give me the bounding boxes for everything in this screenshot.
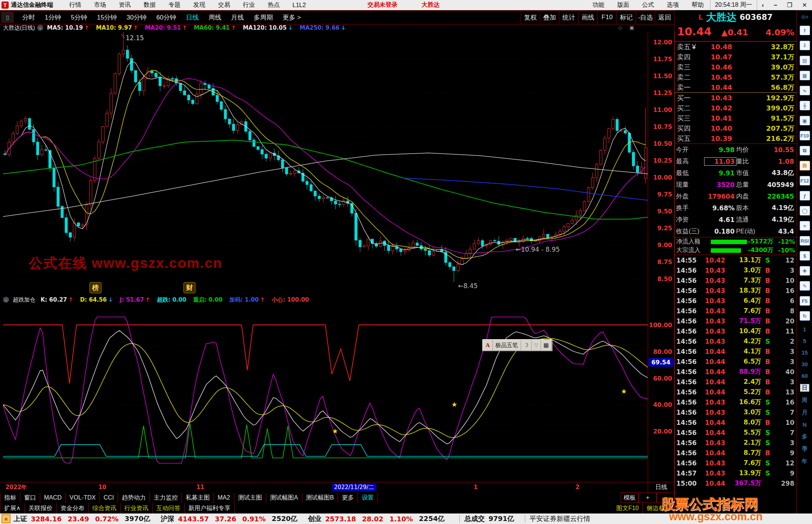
indicator-tab[interactable]: CCI [100, 492, 118, 503]
chart-nav-icon[interactable]: ▯ [2, 12, 14, 23]
strip-period-shortcut[interactable]: 1 [801, 326, 808, 333]
strip-tool-icon[interactable]: F10 [800, 131, 810, 140]
strip-tool-icon[interactable]: $ [800, 251, 810, 261]
template-button[interactable]: 模板 [621, 492, 639, 503]
indicator-tab[interactable]: 窗口 [20, 492, 40, 503]
indicator-tab[interactable]: 趋势动力 [118, 492, 150, 503]
top-menu-item[interactable]: 版面 [611, 1, 636, 9]
toolbar-tool-button[interactable]: 统计 [559, 11, 578, 24]
ime-halfmoon-button[interactable]: ☽ [521, 340, 532, 350]
toolbar-tool-button[interactable]: 标记 [617, 11, 636, 24]
indicator-tab[interactable]: 测试幅图A [266, 492, 302, 503]
period-tab[interactable]: 60分钟 [151, 13, 181, 22]
strip-tool-icon[interactable]: ⇩ [800, 41, 810, 50]
strip-period-shortcut[interactable]: 60 [800, 372, 810, 379]
indicator-tab[interactable]: 主力监控 [150, 492, 182, 503]
chart-corner-icons[interactable]: ◇ ▣ [618, 25, 637, 30]
login-status[interactable]: 交易未登录 [361, 1, 404, 9]
toolbar-tool-button[interactable]: -自选 [636, 11, 655, 24]
back-button[interactable]: ‹ [757, 2, 769, 9]
toolbar-tool-button[interactable]: 叠加 [540, 11, 559, 24]
strip-period-shortcut[interactable]: 周 [800, 396, 809, 404]
top-menu-item[interactable]: 帮助 [685, 1, 710, 9]
period-tab[interactable]: 月线 [226, 13, 249, 22]
strip-period-shortcut[interactable]: 多 [800, 433, 809, 441]
strip-period-shortcut[interactable]: 5 [801, 337, 808, 344]
toolbar-tool-button[interactable]: 复权 [521, 11, 540, 24]
ranking-badge[interactable]: 榜 [89, 282, 102, 293]
indicator-tab[interactable]: 测试幅图B [302, 492, 338, 503]
back-arrow-icon[interactable]: ⇦ [801, 12, 808, 22]
strip-tool-icon[interactable]: ≈ [800, 221, 810, 231]
strip-tool-icon[interactable]: ▤ [800, 56, 810, 65]
top-menu-item[interactable]: 功能 [586, 1, 611, 9]
ime-punct-button[interactable]: ∵ [532, 340, 541, 350]
strip-period-shortcut[interactable]: 年 [800, 458, 809, 465]
index-name[interactable]: 上证 [14, 514, 27, 523]
zoom-in-button[interactable]: + [639, 492, 657, 503]
info-tab[interactable]: 行业资讯 [121, 503, 153, 513]
graphic-f10-button[interactable]: 图文F10 [612, 503, 643, 513]
strip-tool-icon[interactable]: F12 [800, 176, 810, 186]
indicator-tab[interactable]: 私募主图 [182, 492, 214, 503]
kdj-indicator-chart[interactable]: ★★★ [3, 305, 648, 482]
strip-tool-icon[interactable]: RSI [800, 236, 810, 246]
period-tab[interactable]: 周线 [204, 13, 226, 22]
top-menu-item[interactable]: 选项 [661, 1, 685, 9]
strip-tool-icon[interactable]: ▣ [800, 116, 810, 125]
strip-tool-icon[interactable]: ⇧ [800, 26, 810, 35]
ime-floating-bar[interactable]: A极品五笔☽∵▦ [482, 339, 553, 351]
top-menu-item[interactable]: L1L2 [286, 2, 312, 9]
period-tab[interactable]: 15分钟 [92, 13, 122, 22]
strip-tool-icon[interactable]: ✚ [800, 266, 810, 276]
strip-tool-icon[interactable]: ⧉ [800, 146, 810, 156]
strip-period-shortcut[interactable]: 15 [800, 349, 810, 356]
strip-tool-icon[interactable]: ◯ [800, 206, 810, 216]
collapse-chevron-icon[interactable]: ⌄ [3, 297, 9, 303]
index-name[interactable]: 沪深 [161, 514, 174, 523]
period-tab[interactable]: 5分钟 [66, 13, 92, 22]
info-tab[interactable]: 扩展∧ [0, 503, 25, 513]
current-stock-shortcut[interactable]: 大胜达 [415, 1, 446, 9]
ime-mode-button[interactable]: A [483, 340, 493, 350]
indicator-tab[interactable]: MACD [40, 492, 66, 503]
index-name[interactable]: 创业 [308, 514, 321, 523]
toolbar-tool-button[interactable]: 画线 [578, 11, 597, 24]
strip-period-shortcut[interactable]: 日 [800, 384, 809, 392]
strip-tool-icon[interactable]: F5 [800, 296, 810, 306]
toolbar-tool-button[interactable]: 返回 [655, 11, 674, 24]
strip-tool-icon[interactable]: ↻ [800, 311, 810, 321]
minimize-button[interactable]: − [769, 2, 782, 9]
info-tab[interactable]: 关联报价 [25, 503, 57, 513]
period-tab[interactable]: 日线 [181, 13, 204, 22]
strip-tool-icon[interactable]: 自 [800, 161, 810, 171]
period-tab[interactable]: 多周期 [249, 13, 278, 22]
top-menu-item[interactable]: 发现 [187, 1, 212, 9]
indicator-tab[interactable]: 更多 [338, 492, 358, 503]
close-button[interactable]: ✕ [797, 2, 812, 9]
period-tab[interactable]: 分时 [17, 13, 40, 22]
indicator-tab[interactable]: MA2 [214, 492, 234, 503]
strip-period-shortcut[interactable]: 季 [800, 445, 809, 453]
info-tab[interactable]: 资金分布 [57, 503, 89, 513]
indicator-tab[interactable]: 指标 [0, 492, 20, 503]
top-menu-item[interactable]: 热点 [261, 1, 286, 9]
strip-tool-icon[interactable]: ╫ [800, 101, 810, 110]
period-tab[interactable]: 更多 > [278, 13, 306, 22]
strip-period-shortcut[interactable]: 30 [800, 361, 810, 368]
ime-keyboard-button[interactable]: ▦ [541, 340, 552, 350]
top-menu-item[interactable]: 行业 [236, 1, 261, 9]
strip-tool-icon[interactable]: ▦ [800, 71, 810, 80]
restore-button[interactable]: ❐ [782, 2, 797, 9]
indicator-tab[interactable]: 测试主图 [234, 492, 266, 503]
top-menu-item[interactable]: 资讯 [112, 1, 137, 9]
ime-name-label[interactable]: 极品五笔 [493, 340, 521, 350]
indicator-tab[interactable]: 设置 [358, 492, 378, 503]
strip-tool-icon[interactable]: ƒ [800, 191, 810, 201]
top-menu-item[interactable]: 数据 [137, 1, 162, 9]
top-menu-item[interactable]: 市场 [88, 1, 112, 9]
strip-period-shortcut[interactable]: N [801, 421, 809, 428]
top-menu-item[interactable]: 专题 [162, 1, 187, 9]
period-tab[interactable]: 1分钟 [40, 13, 66, 22]
top-menu-item[interactable]: 交易 [212, 1, 236, 9]
